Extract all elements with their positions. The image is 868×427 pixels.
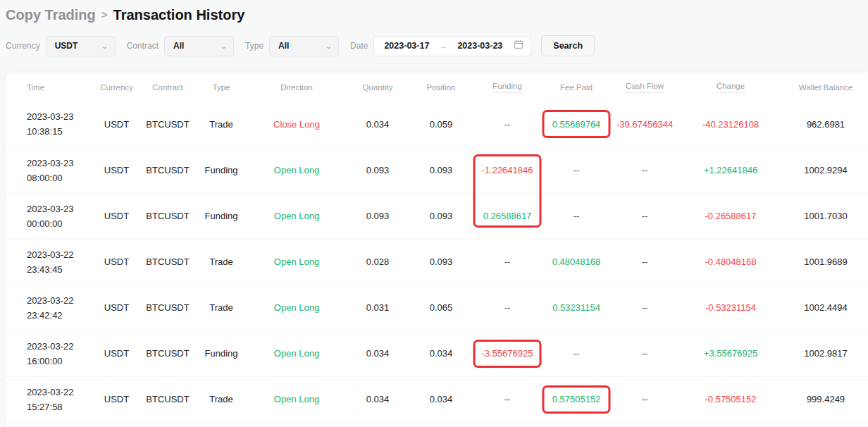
cell-position: 0.065: [409, 285, 473, 330]
cell-value: --: [642, 394, 648, 404]
column-header-direction: Direction: [247, 73, 347, 101]
cell-funding: -1.22641846: [473, 147, 541, 193]
column-header-label: Time: [27, 83, 44, 92]
search-button[interactable]: Search: [541, 35, 595, 56]
cell-change: +3.55676925: [678, 330, 783, 376]
column-header-contract: Contract: [140, 73, 196, 101]
column-header-change: Change: [678, 73, 783, 101]
cell-cash_flow: --: [612, 193, 678, 239]
cell-currency: USDT: [94, 239, 140, 285]
cell-value: Trade: [209, 394, 232, 404]
cell-value: USDT: [104, 165, 129, 175]
cell-quantity: 0.093: [347, 193, 409, 239]
cell-value: Funding: [205, 348, 238, 359]
cell-change: +1.22641846: [678, 147, 783, 193]
cell-position: 0.093: [409, 147, 473, 193]
column-header-label: Position: [427, 83, 456, 92]
calendar-icon[interactable]: [514, 39, 523, 52]
cell-type: Trade: [196, 239, 247, 285]
cell-value: --: [642, 256, 648, 267]
cell-position: 0.059: [409, 101, 473, 147]
cell-value: Trade: [209, 302, 232, 313]
column-header-label: Direction: [280, 83, 312, 92]
cell-value: --: [642, 302, 648, 313]
cell-value: Open Long: [274, 211, 319, 221]
currency-dropdown-value: USDT: [55, 41, 78, 51]
date-range-arrow-icon: →: [439, 41, 447, 51]
cell-time: 2023-03-2215:27:58: [6, 376, 94, 422]
column-header-position: Position: [409, 73, 473, 101]
cell-value: Trade: [209, 119, 232, 130]
transaction-date: 2023-03-22: [27, 247, 94, 262]
cell-time: 2023-03-2308:00:00: [6, 147, 94, 193]
cell-value: Open Long: [274, 165, 319, 175]
column-header-currency: Currency: [94, 73, 140, 101]
cell-direction: Close Long: [247, 101, 347, 147]
cell-fee_paid: --: [541, 193, 612, 239]
date-to-value[interactable]: 2023-03-23: [457, 41, 502, 51]
cell-position: 0.034: [409, 330, 473, 376]
cell-value: Open Long: [274, 256, 319, 267]
transaction-date: 2023-03-22: [27, 293, 94, 308]
cell-value: 0.093: [430, 256, 453, 267]
cell-funding: -3.55676925: [473, 330, 541, 376]
cell-value: 1001.9689: [804, 256, 847, 267]
table-row: 2023-03-2310:38:15USDTBTCUSDTTradeClose …: [6, 101, 868, 147]
transaction-date: 2023-03-23: [27, 202, 94, 216]
cell-value: +3.55676925: [704, 348, 757, 359]
cell-value: +1.22641846: [704, 165, 757, 175]
cell-value: --: [642, 348, 648, 359]
cell-time: 2023-03-2223:43:45: [6, 239, 94, 285]
transaction-table-card: TimeCurrencyContractTypeDirectionQuantit…: [6, 73, 868, 427]
cell-value: USDT: [104, 394, 129, 404]
cell-cash_flow: --: [612, 239, 678, 285]
cell-value: --: [574, 165, 580, 175]
cell-value: Funding: [205, 211, 238, 221]
cell-value: --: [642, 211, 648, 221]
cell-value: BTCUSDT: [146, 394, 189, 404]
transaction-date: 2023-03-23: [27, 156, 94, 171]
transaction-time: 00:00:00: [27, 216, 94, 231]
table-row: 2023-03-2215:27:58USDTBTCUSDTTradeOpen L…: [6, 376, 868, 422]
cell-value: --: [504, 394, 511, 404]
cell-value: 0.034: [366, 348, 390, 359]
cell-value: 0.093: [430, 211, 453, 221]
cell-value: USDT: [104, 211, 129, 221]
cell-fee_paid: --: [541, 147, 612, 193]
table-row: 2023-03-2223:42:42USDTBTCUSDTTradeOpen L…: [6, 285, 868, 330]
cell-wallet_balance: 1002.9294: [783, 147, 868, 193]
cell-contract: BTCUSDT: [140, 101, 196, 147]
cell-position: 0.034: [409, 376, 473, 422]
cell-cash_flow: --: [612, 285, 678, 330]
cell-cash_flow: --: [612, 147, 678, 193]
cell-value: -0.26588617: [705, 211, 756, 221]
date-range-picker[interactable]: 2023-03-17 → 2023-03-23: [373, 36, 531, 56]
cell-value: -0.53231154: [705, 302, 756, 313]
cell-type: Funding: [196, 330, 247, 376]
cell-value: BTCUSDT: [146, 165, 189, 175]
breadcrumb-parent-link[interactable]: Copy Trading: [6, 7, 96, 23]
transaction-table: TimeCurrencyContractTypeDirectionQuantit…: [6, 73, 868, 423]
cell-value: 0.034: [430, 348, 453, 359]
column-header-time: Time: [6, 73, 94, 101]
cell-value: Close Long: [273, 119, 320, 130]
cell-value: 0.093: [366, 165, 390, 175]
chevron-down-icon: ⌄: [324, 42, 333, 50]
cell-value: -39.67456344: [616, 119, 673, 130]
transaction-time: 15:27:58: [27, 400, 94, 414]
cell-value: BTCUSDT: [146, 302, 189, 313]
cell-value: USDT: [104, 256, 129, 267]
cell-value: --: [642, 165, 648, 175]
cell-fee_paid: 0.55669764: [541, 101, 612, 147]
currency-dropdown[interactable]: USDT ⌄: [46, 36, 116, 56]
cell-value: 0.034: [430, 394, 453, 404]
type-dropdown[interactable]: All ⌄: [269, 36, 339, 56]
page-title: Transaction History: [113, 7, 245, 23]
cell-value: -3.55676925: [481, 348, 533, 359]
cell-value: USDT: [104, 302, 129, 313]
cell-value: -1.22641846: [481, 165, 533, 175]
cell-currency: USDT: [94, 376, 140, 422]
date-from-value[interactable]: 2023-03-17: [384, 41, 429, 51]
cell-value: 0.034: [366, 119, 390, 130]
contract-dropdown[interactable]: All ⌄: [164, 36, 234, 56]
